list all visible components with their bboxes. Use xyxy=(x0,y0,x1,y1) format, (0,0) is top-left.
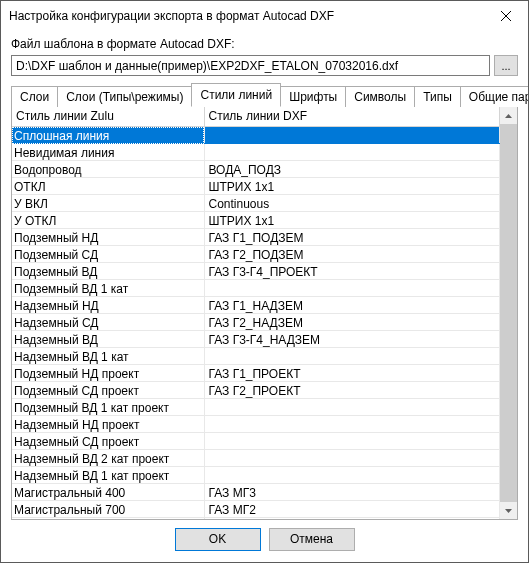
table-row[interactable]: Надземный ВД 1 кат xyxy=(12,348,500,365)
cell-zulu[interactable]: Подземный ВД xyxy=(12,263,204,280)
table-row[interactable]: Надземный ВД 2 кат проект xyxy=(12,450,500,467)
table-row[interactable]: Магистральный 700ГАЗ МГ2 xyxy=(12,501,500,518)
file-template-label: Файл шаблона в формате Autocad DXF: xyxy=(11,37,518,51)
cell-dxf[interactable]: ГАЗ Г2_ПОДЗЕМ xyxy=(204,246,500,263)
cell-zulu[interactable]: Магистральный 700 xyxy=(12,501,204,518)
vertical-scrollbar[interactable] xyxy=(500,107,517,519)
dialog-content: Файл шаблона в формате Autocad DXF: ... … xyxy=(1,31,528,520)
table-row[interactable]: Надземный СД проект xyxy=(12,433,500,450)
scroll-down-button[interactable] xyxy=(500,502,517,519)
table-row[interactable]: Магистральный 1000ГАЗ МГ1 xyxy=(12,518,500,520)
cell-zulu[interactable]: Надземный ВД 1 кат проект xyxy=(12,467,204,484)
table-row[interactable]: Подземный НД проектГАЗ Г1_ПРОЕКТ xyxy=(12,365,500,382)
cell-zulu[interactable]: Водопровод xyxy=(12,161,204,178)
cell-dxf[interactable]: ГАЗ Г2_НАДЗЕМ xyxy=(204,314,500,331)
tab-layers[interactable]: Слои xyxy=(11,86,58,107)
tab-line-styles[interactable]: Стили линий xyxy=(191,83,281,107)
tab-general[interactable]: Общие параметры xyxy=(460,86,528,107)
cell-dxf[interactable]: Continuous xyxy=(204,195,500,212)
cell-zulu[interactable]: Надземный СД проект xyxy=(12,433,204,450)
cell-dxf[interactable] xyxy=(204,467,500,484)
table-row[interactable]: ОТКЛШТРИХ 1x1 xyxy=(12,178,500,195)
cell-zulu[interactable]: Магистральный 1000 xyxy=(12,518,204,520)
cell-dxf[interactable]: ГАЗ Г3-Г4_НАДЗЕМ xyxy=(204,331,500,348)
cell-dxf[interactable] xyxy=(204,450,500,467)
table-row[interactable]: Надземный НДГАЗ Г1_НАДЗЕМ xyxy=(12,297,500,314)
tab-symbols[interactable]: Символы xyxy=(345,86,415,107)
cell-zulu[interactable]: Подземный СД xyxy=(12,246,204,263)
file-path-input[interactable] xyxy=(11,55,490,76)
table-row[interactable]: Подземный НДГАЗ Г1_ПОДЗЕМ xyxy=(12,229,500,246)
cell-zulu[interactable]: У ВКЛ xyxy=(12,195,204,212)
cell-zulu[interactable]: Надземный ВД 2 кат проект xyxy=(12,450,204,467)
cell-zulu[interactable]: Надземный НД xyxy=(12,297,204,314)
scroll-thumb[interactable] xyxy=(500,124,517,502)
cell-zulu[interactable]: Надземный ВД 1 кат xyxy=(12,348,204,365)
cell-dxf[interactable]: ГАЗ МГ3 xyxy=(204,484,500,501)
cell-zulu[interactable]: Подземный СД проект xyxy=(12,382,204,399)
grid: Стиль линии Zulu Стиль линии DXF Сплошна… xyxy=(12,107,517,519)
table-row[interactable]: Подземный ВД 1 кат проект xyxy=(12,399,500,416)
cell-dxf[interactable]: ШТРИХ 1x1 xyxy=(204,178,500,195)
cell-zulu[interactable]: Подземный НД xyxy=(12,229,204,246)
cell-zulu[interactable]: Надземный СД xyxy=(12,314,204,331)
line-style-table: Стиль линии Zulu Стиль линии DXF Сплошна… xyxy=(12,107,500,519)
table-row[interactable]: Подземный СД проектГАЗ Г2_ПРОЕКТ xyxy=(12,382,500,399)
cell-dxf[interactable]: ГАЗ МГ2 xyxy=(204,501,500,518)
tab-layer-types[interactable]: Слои (Типы\режимы) xyxy=(57,86,192,107)
cell-zulu[interactable]: ОТКЛ xyxy=(12,178,204,195)
table-row[interactable]: Подземный ВДГАЗ Г3-Г4_ПРОЕКТ xyxy=(12,263,500,280)
file-row: ... xyxy=(11,55,518,76)
svg-marker-2 xyxy=(505,114,512,118)
cell-dxf[interactable]: ГАЗ Г1_ПРОЕКТ xyxy=(204,365,500,382)
column-header-dxf[interactable]: Стиль линии DXF xyxy=(204,107,500,127)
table-row[interactable]: Подземный СДГАЗ Г2_ПОДЗЕМ xyxy=(12,246,500,263)
cell-zulu[interactable]: Надземный НД проект xyxy=(12,416,204,433)
cell-dxf[interactable] xyxy=(204,127,500,144)
ok-button[interactable]: OK xyxy=(175,528,261,551)
cell-dxf[interactable] xyxy=(204,280,500,297)
window-close-button[interactable] xyxy=(483,1,528,31)
tab-fonts[interactable]: Шрифты xyxy=(280,86,346,107)
column-header-zulu[interactable]: Стиль линии Zulu xyxy=(12,107,204,127)
table-row[interactable]: ВодопроводВОДА_ПОДЗ xyxy=(12,161,500,178)
cell-zulu[interactable]: Невидимая линия xyxy=(12,144,204,161)
table-row[interactable]: Магистральный 400ГАЗ МГ3 xyxy=(12,484,500,501)
cell-dxf[interactable]: ГАЗ Г2_ПРОЕКТ xyxy=(204,382,500,399)
browse-button[interactable]: ... xyxy=(494,55,518,76)
cell-dxf[interactable]: ШТРИХ 1x1 xyxy=(204,212,500,229)
scroll-up-button[interactable] xyxy=(500,107,517,124)
cell-dxf[interactable]: ГАЗ Г1_ПОДЗЕМ xyxy=(204,229,500,246)
cell-dxf[interactable]: ВОДА_ПОДЗ xyxy=(204,161,500,178)
cancel-button[interactable]: Отмена xyxy=(269,528,355,551)
table-row[interactable]: Подземный ВД 1 кат xyxy=(12,280,500,297)
cell-dxf[interactable] xyxy=(204,399,500,416)
table-row[interactable]: Сплошная линия xyxy=(12,127,500,144)
table-row[interactable]: У ОТКЛШТРИХ 1x1 xyxy=(12,212,500,229)
cell-zulu[interactable]: Подземный НД проект xyxy=(12,365,204,382)
cell-dxf[interactable]: ГАЗ МГ1 xyxy=(204,518,500,520)
tab-strip: Слои Слои (Типы\режимы) Стили линий Шриф… xyxy=(11,84,518,106)
table-row[interactable]: Невидимая линия xyxy=(12,144,500,161)
cell-dxf[interactable]: ГАЗ Г1_НАДЗЕМ xyxy=(204,297,500,314)
tab-types[interactable]: Типы xyxy=(414,86,461,107)
cell-zulu[interactable]: Надземный ВД xyxy=(12,331,204,348)
chevron-up-icon xyxy=(505,114,512,118)
cell-dxf[interactable] xyxy=(204,348,500,365)
table-row[interactable]: Надземный НД проект xyxy=(12,416,500,433)
table-row[interactable]: Надземный СДГАЗ Г2_НАДЗЕМ xyxy=(12,314,500,331)
table-row[interactable]: У ВКЛContinuous xyxy=(12,195,500,212)
table-row[interactable]: Надземный ВДГАЗ Г3-Г4_НАДЗЕМ xyxy=(12,331,500,348)
cell-dxf[interactable]: ГАЗ Г3-Г4_ПРОЕКТ xyxy=(204,263,500,280)
cell-zulu[interactable]: Подземный ВД 1 кат проект xyxy=(12,399,204,416)
cell-zulu[interactable]: У ОТКЛ xyxy=(12,212,204,229)
table-row[interactable]: Надземный ВД 1 кат проект xyxy=(12,467,500,484)
cell-zulu[interactable]: Сплошная линия xyxy=(12,127,204,144)
svg-marker-3 xyxy=(505,509,512,513)
cell-dxf[interactable] xyxy=(204,416,500,433)
grid-inner[interactable]: Стиль линии Zulu Стиль линии DXF Сплошна… xyxy=(12,107,500,519)
cell-zulu[interactable]: Подземный ВД 1 кат xyxy=(12,280,204,297)
cell-zulu[interactable]: Магистральный 400 xyxy=(12,484,204,501)
cell-dxf[interactable] xyxy=(204,144,500,161)
cell-dxf[interactable] xyxy=(204,433,500,450)
